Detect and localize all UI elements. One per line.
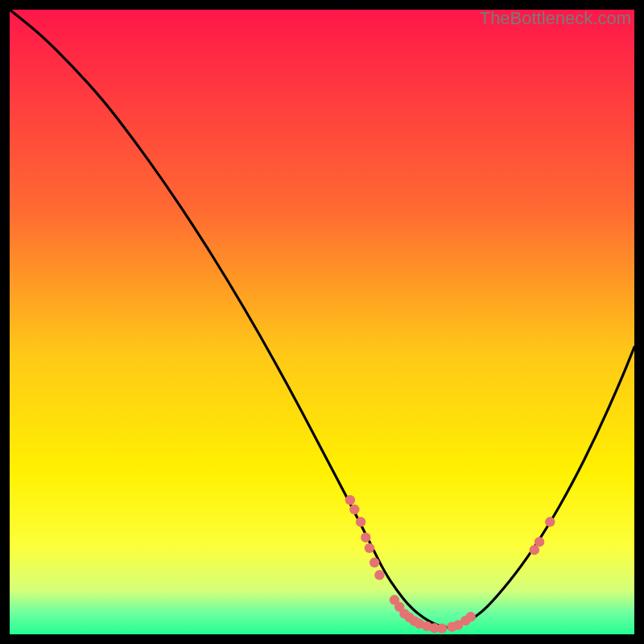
data-dot <box>361 533 370 543</box>
data-dot <box>349 505 359 514</box>
data-dot <box>465 612 475 621</box>
data-dot <box>545 517 555 526</box>
data-dot <box>374 570 384 580</box>
chart-container <box>10 10 634 634</box>
curve-layer <box>10 10 634 634</box>
data-dot <box>535 537 544 547</box>
data-dot <box>345 495 355 505</box>
data-dot <box>356 517 365 526</box>
data-dot <box>365 543 374 553</box>
watermark-text: TheBottleneck.com <box>480 8 631 29</box>
bottleneck-curve <box>10 10 634 627</box>
data-dot <box>369 558 379 568</box>
data-dot <box>437 623 447 633</box>
